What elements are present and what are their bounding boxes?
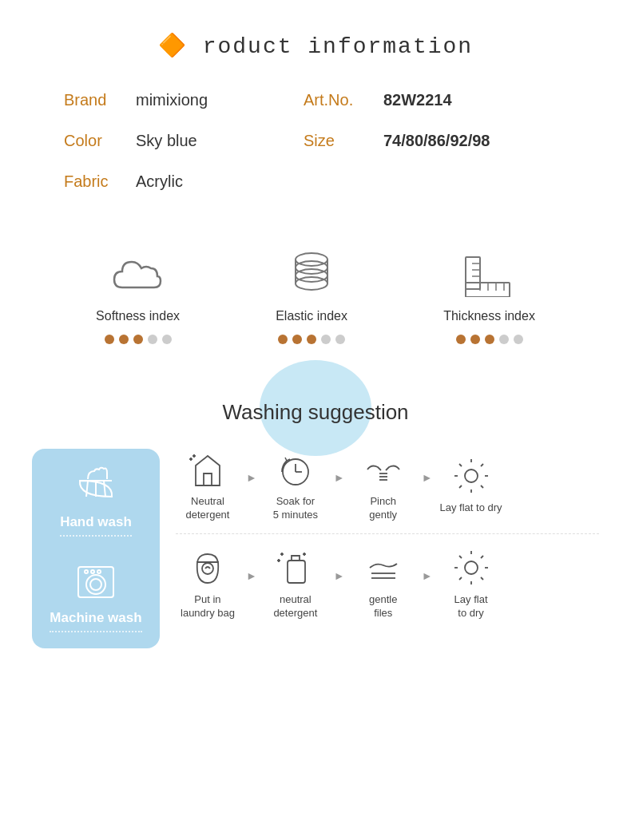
washing-title-wrap: Washing suggestion	[32, 384, 599, 425]
step-soak: Soak for5 minutes	[264, 449, 327, 522]
step-laundry-bag: Put inlaundry bag	[176, 547, 240, 620]
page-title: 🔶 roduct information	[0, 0, 631, 83]
brand-row: Brand mimixiong Art.No. 82W2214	[64, 91, 567, 109]
svg-point-20	[86, 575, 105, 594]
step-pinch-label: Pinchgently	[369, 495, 397, 522]
step-pinch: Pinchgently	[351, 449, 415, 522]
arrow: ►	[246, 471, 257, 484]
svg-line-63	[459, 577, 462, 580]
hands-icon	[363, 449, 404, 490]
hand-wash-icon	[72, 465, 120, 508]
dot	[335, 335, 345, 344]
machine-wash-label: Machine wash	[50, 610, 141, 632]
dot	[307, 335, 316, 344]
fabric-value: Acrylic	[136, 172, 280, 191]
thickness-dots	[456, 335, 523, 344]
svg-point-2	[296, 269, 327, 282]
hand-wash-type: Hand wash	[60, 465, 132, 537]
dot	[292, 335, 302, 344]
svg-point-23	[91, 570, 94, 573]
thickness-index-item: Thickness index	[443, 245, 535, 344]
artno-value: 82W2214	[383, 91, 452, 109]
elastic-index-item: Elastic index	[276, 245, 347, 344]
sun-icon-1	[450, 455, 492, 497]
dot	[162, 335, 172, 344]
detergent-icon	[187, 449, 228, 490]
color-row: Color Sky blue Size 74/80/86/92/98	[64, 132, 567, 150]
dot	[321, 335, 331, 344]
title-icon: 🔶	[158, 34, 188, 59]
bag-icon	[187, 547, 228, 588]
product-info-section: Brand mimixiong Art.No. 82W2214 Color Sk…	[0, 83, 631, 229]
svg-line-18	[104, 481, 105, 497]
brand-label: Brand	[64, 91, 136, 109]
svg-line-43	[481, 464, 483, 466]
arrow: ►	[334, 569, 345, 582]
machine-wash-icon	[72, 561, 120, 604]
step-neutral-label-2: neutraldetergent	[273, 593, 317, 620]
svg-point-1	[296, 261, 327, 274]
step-gentle-label: gentlefiles	[369, 593, 397, 620]
svg-line-61	[481, 577, 483, 580]
hand-wash-steps: Neutraldetergent ►	[176, 449, 599, 534]
dot	[105, 335, 114, 344]
dot	[148, 335, 157, 344]
elastic-label: Elastic index	[276, 309, 347, 323]
softness-label: Softness index	[96, 309, 180, 323]
svg-point-22	[85, 570, 88, 573]
wash-steps: Neutraldetergent ►	[176, 449, 599, 632]
dot	[133, 335, 143, 344]
arrow: ►	[422, 569, 433, 582]
fabric-row: Fabric Acrylic	[64, 172, 567, 191]
step-neutral-detergent: Neutraldetergent	[176, 449, 240, 522]
washing-section: Washing suggestion	[0, 368, 631, 680]
arrow: ►	[422, 471, 433, 484]
wash-left-panel: Hand wash Machine wash	[32, 449, 160, 648]
step-neutral-detergent-2: neutraldetergent	[264, 547, 327, 620]
svg-rect-19	[78, 567, 113, 597]
step-lay-flat-2: Lay flatto dry	[439, 547, 503, 620]
arrow: ►	[334, 471, 345, 484]
svg-line-60	[459, 556, 462, 558]
index-section: Softness index Elastic index	[0, 229, 631, 368]
svg-line-42	[481, 485, 483, 488]
svg-point-21	[90, 579, 101, 590]
hand-wash-label: Hand wash	[60, 514, 132, 537]
color-label: Color	[64, 132, 136, 150]
dot	[470, 335, 480, 344]
step-lay-flat-1: Lay flat to dry	[439, 455, 503, 515]
dot	[499, 335, 509, 344]
softness-index-item: Softness index	[96, 245, 180, 344]
arrow: ►	[246, 569, 257, 582]
title-text: roduct information	[203, 34, 473, 59]
step-neutral-label: Neutraldetergent	[186, 495, 230, 522]
ruler-icon	[458, 245, 522, 301]
wash-container: Hand wash Machine wash	[32, 449, 599, 648]
washing-title: Washing suggestion	[32, 384, 599, 425]
cloud-icon	[106, 245, 170, 301]
step-lay-flat-label-2: Lay flatto dry	[454, 593, 488, 620]
svg-line-62	[481, 556, 483, 558]
size-label: Size	[304, 132, 375, 150]
svg-line-41	[459, 464, 462, 466]
step-lay-flat-label-1: Lay flat to dry	[440, 501, 502, 515]
svg-point-0	[296, 253, 327, 266]
dot	[485, 335, 494, 344]
thickness-label: Thickness index	[443, 309, 535, 323]
dot	[278, 335, 288, 344]
detergent-icon-2	[275, 547, 316, 588]
svg-line-44	[459, 485, 462, 488]
artno-label: Art.No.	[304, 91, 375, 109]
elastic-dots	[278, 335, 345, 344]
softness-dots	[105, 335, 172, 344]
sun-icon-2	[450, 547, 492, 588]
svg-point-36	[465, 470, 478, 482]
svg-rect-6	[466, 257, 480, 289]
svg-point-3	[296, 277, 327, 290]
svg-point-45	[202, 563, 213, 574]
machine-wash-type: Machine wash	[50, 561, 141, 632]
brand-value: mimixiong	[136, 91, 280, 109]
step-gentle-files: gentlefiles	[351, 547, 415, 620]
dot	[456, 335, 466, 344]
step-soak-label: Soak for5 minutes	[273, 495, 318, 522]
